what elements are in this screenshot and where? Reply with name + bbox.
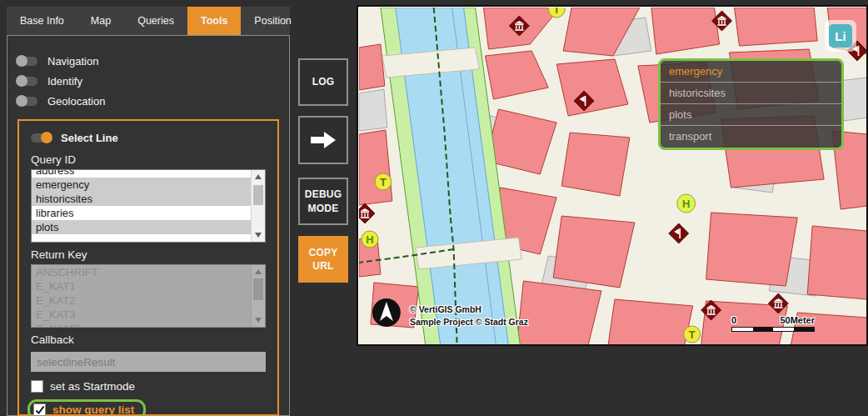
list-item[interactable]: address [32,169,251,178]
toggle-knob [41,132,52,143]
navigation-toggle[interactable] [17,57,37,66]
popup-item-transport[interactable]: transport [661,126,841,148]
map-attribution: © VertiGIS GmbH Sample Project © Stadt G… [410,303,528,328]
startmode-checkbox[interactable] [31,380,43,393]
list-item[interactable]: libraries [32,206,251,220]
map-view[interactable]: T T H H T emergency historicsites plots … [357,5,868,346]
toggle-row-geolocation: Geolocation [17,91,279,111]
list-item: E_KAT3 [32,308,251,322]
popup-item-historicsites[interactable]: historicsites [661,83,841,104]
scroll-down-icon[interactable] [255,318,262,323]
scroll-up-icon[interactable] [255,174,262,179]
attribution-line-2: Sample Project © Stadt Graz [410,316,528,328]
tab-position[interactable]: Position [241,7,304,35]
identify-toggle[interactable] [17,77,37,86]
callback-label: Callback [31,333,266,346]
transport-stop-marker[interactable]: T [375,173,392,190]
scrollbar[interactable] [251,170,265,242]
tab-queries[interactable]: Queries [124,7,187,35]
toggle-knob [16,75,27,87]
navigation-label: Navigation [47,55,98,68]
toggle-knob [16,95,27,107]
show-query-list-checkbox-row: show query list [27,399,146,416]
scroll-up-icon[interactable] [255,269,262,274]
tab-bar: Base Info Map Queries Tools Position [7,7,290,35]
return-key-listbox: ANSCHRIFT E_KAT1 E_KAT2 E_KAT3 E_NAME [31,264,266,328]
identify-label: Identify [47,75,82,88]
return-key-rows: ANSCHRIFT E_KAT1 E_KAT2 E_KAT3 E_NAME [32,265,251,328]
scale-start-label: 0 [731,315,736,325]
geolocation-toggle[interactable] [17,97,37,106]
log-button[interactable]: LOG [298,58,348,106]
svg-text:T: T [689,328,696,340]
scrollbar[interactable] [251,265,265,327]
svg-text:T: T [553,8,560,16]
hospital-marker[interactable]: H [362,231,378,248]
svg-text:H: H [366,233,373,245]
query-id-listbox[interactable]: address emergency historicsites librarie… [31,169,266,243]
query-list-popup: emergency historicsites plots transport [658,58,844,150]
toggle-row-select-line: Select Line [31,128,266,148]
hospital-marker[interactable]: H [677,194,696,213]
scroll-thumb[interactable] [253,278,263,300]
tools-panel: Base Info Map Queries Tools Position Nav… [7,7,290,416]
attribution-line-1: © VertiGIS GmbH [410,303,528,316]
list-item: E_KAT1 [32,279,251,293]
list-item[interactable]: historicsites [32,192,251,206]
svg-text:T: T [380,175,387,188]
callback-input[interactable] [31,352,266,372]
startmode-checkbox-row: set as Startmode [31,380,135,393]
right-arrow-icon [309,129,337,151]
return-key-label: Return Key [31,248,266,261]
toggle-knob [16,55,27,67]
layer-list-icon: Li [829,24,852,48]
show-query-list-checkbox-label: show query list [52,403,134,416]
tools-panel-body: Navigation Identify Geolocation Select L… [7,35,290,416]
list-item: ANSCHRIFT [32,265,251,279]
list-item: E_KAT2 [32,293,251,308]
tab-base-info[interactable]: Base Info [7,7,77,35]
select-line-toggle[interactable] [31,133,51,143]
list-item: E_NAME [32,322,251,328]
startmode-checkbox-label: set as Startmode [50,380,135,393]
popup-item-plots[interactable]: plots [661,104,841,126]
geolocation-label: Geolocation [47,95,105,108]
select-line-group: Select Line Query ID address emergency h… [17,119,279,416]
debug-mode-button[interactable]: DEBUG MODE [298,178,348,225]
scroll-down-icon[interactable] [255,233,262,238]
popup-item-emergency[interactable]: emergency [661,61,841,83]
query-id-rows: address emergency historicsites librarie… [32,169,251,234]
scroll-thumb[interactable] [253,185,263,205]
next-button[interactable] [298,116,348,164]
tab-map[interactable]: Map [77,7,124,35]
select-line-title: Select Line [61,132,118,144]
scale-bar-graphic [731,327,815,332]
tab-tools[interactable]: Tools [187,7,241,35]
list-item[interactable]: plots [32,220,251,234]
checkmark-icon [35,405,45,415]
toggle-row-navigation: Navigation [17,51,279,71]
list-item[interactable]: emergency [32,178,251,192]
svg-text:H: H [682,197,690,209]
transport-stop-marker[interactable]: T [684,326,701,343]
toggle-row-identify: Identify [17,71,279,91]
query-id-label: Query ID [31,153,266,166]
scale-bar: 0 50Meter [731,315,815,332]
scale-end-label: 50Meter [780,315,815,325]
copy-url-button[interactable]: COPY URL [298,236,348,283]
show-query-list-checkbox[interactable] [33,403,46,416]
compass-icon [372,298,401,327]
layer-list-button[interactable]: Li [825,20,856,52]
